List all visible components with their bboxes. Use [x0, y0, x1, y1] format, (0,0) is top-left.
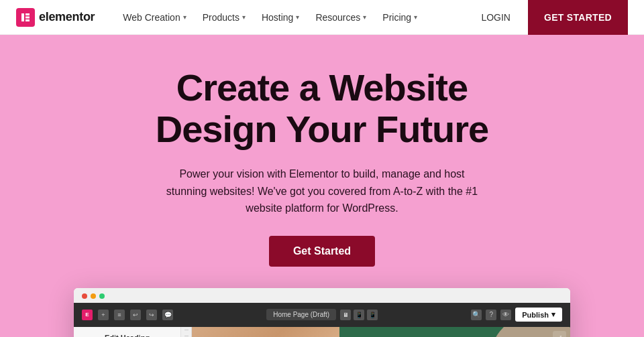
chevron-down-icon: ▾ — [242, 13, 246, 21]
navbar: elementor Web Creation ▾ Products ▾ Host… — [0, 0, 644, 35]
ruler-left — [181, 327, 192, 337]
search-icon[interactable]: 🔍 — [471, 310, 482, 320]
close-dot — [82, 293, 87, 299]
login-button[interactable]: LOGIN — [474, 8, 517, 27]
eye-icon[interactable]: 👁 — [500, 310, 511, 320]
nav-item-resources[interactable]: Resources ▾ — [309, 8, 373, 27]
hero-cta-button[interactable]: Get Started — [269, 236, 375, 267]
undo-icon[interactable]: ↩ — [130, 310, 141, 320]
hero-title-line1: Create a Website — [176, 66, 468, 109]
nav-item-pricing[interactable]: Pricing ▾ — [376, 8, 424, 27]
svg-rect-1 — [25, 13, 30, 15]
canvas-cocktail-area — [192, 327, 339, 337]
editor-body: Edit Heading Content Style Advanced ✏️ ☰… — [74, 327, 570, 337]
resize-handle[interactable]: ⤢ — [553, 331, 566, 337]
nav-item-web-creation[interactable]: Web Creation ▾ — [116, 8, 193, 27]
chevron-down-icon: ▾ — [551, 310, 555, 319]
logo[interactable]: elementor — [16, 8, 95, 27]
svg-rect-3 — [25, 19, 30, 21]
nav-item-hosting[interactable]: Hosting ▾ — [255, 8, 306, 27]
nav-label-hosting: Hosting — [262, 12, 293, 23]
toolbar-right-icons: 🔍 ? 👁 Publish ▾ — [471, 308, 562, 322]
svg-rect-2 — [25, 16, 30, 18]
nav-right: LOGIN GET STARTED — [474, 0, 628, 35]
hero-subtitle: Power your vision with Elementor to buil… — [161, 165, 483, 217]
editor-preview: E + ≡ ↩ ↪ 💬 Home Page (Draft) 🖥 📱 📱 🔍 ? … — [74, 288, 570, 337]
get-started-nav-button[interactable]: GET STARTED — [528, 0, 628, 35]
nav-label-products: Products — [203, 12, 239, 23]
tablet-view-icon[interactable]: 📱 — [354, 310, 364, 320]
toolbar-center: Home Page (Draft) 🖥 📱 📱 — [178, 309, 466, 320]
add-icon[interactable]: + — [98, 310, 109, 320]
elementor-editor-icon: E — [82, 310, 93, 320]
cocktail-visual — [192, 327, 339, 337]
logo-text: elementor — [39, 10, 95, 24]
ruler-mark — [184, 336, 189, 336]
hero-title-line2: Design Your Future — [156, 108, 488, 150]
window-controls — [74, 288, 570, 303]
svg-rect-0 — [21, 13, 24, 21]
nav-item-products[interactable]: Products ▾ — [196, 8, 252, 27]
redo-icon[interactable]: ↪ — [146, 310, 157, 320]
chevron-down-icon: ▾ — [363, 13, 366, 21]
chevron-down-icon: ▾ — [414, 13, 417, 21]
elementor-logo-icon — [16, 8, 35, 27]
desktop-view-icon[interactable]: 🖥 — [340, 310, 351, 320]
minimize-dot — [91, 293, 96, 299]
page-tab-label: Home Page (Draft) — [266, 309, 336, 320]
hero-title: Create a Website Design Your Future — [16, 67, 628, 149]
nav-label-resources: Resources — [315, 12, 360, 23]
canvas-green-area: ⤢ SPRING — [339, 327, 570, 337]
nav-links: Web Creation ▾ Products ▾ Hosting ▾ Reso… — [116, 8, 474, 27]
publish-button[interactable]: Publish ▾ — [515, 308, 562, 322]
chevron-down-icon: ▾ — [296, 13, 299, 21]
mobile-view-icon[interactable]: 📱 — [367, 310, 378, 320]
editor-canvas: ⤢ SPRING — [192, 327, 570, 337]
nav-label-pricing: Pricing — [382, 12, 411, 23]
editor-panel: Edit Heading Content Style Advanced ✏️ ☰… — [74, 327, 181, 337]
nav-label-web-creation: Web Creation — [123, 12, 180, 23]
chevron-down-icon: ▾ — [183, 13, 186, 21]
ruler-mark — [184, 330, 189, 330]
help-icon[interactable]: ? — [486, 310, 496, 320]
maximize-dot — [99, 293, 105, 299]
hero-section: Create a Website Design Your Future Powe… — [0, 35, 644, 337]
chat-icon[interactable]: 💬 — [162, 310, 173, 320]
editor-toolbar: E + ≡ ↩ ↪ 💬 Home Page (Draft) 🖥 📱 📱 🔍 ? … — [74, 303, 570, 327]
panel-title: Edit Heading — [80, 334, 174, 337]
folder-icon[interactable]: ≡ — [114, 310, 125, 320]
